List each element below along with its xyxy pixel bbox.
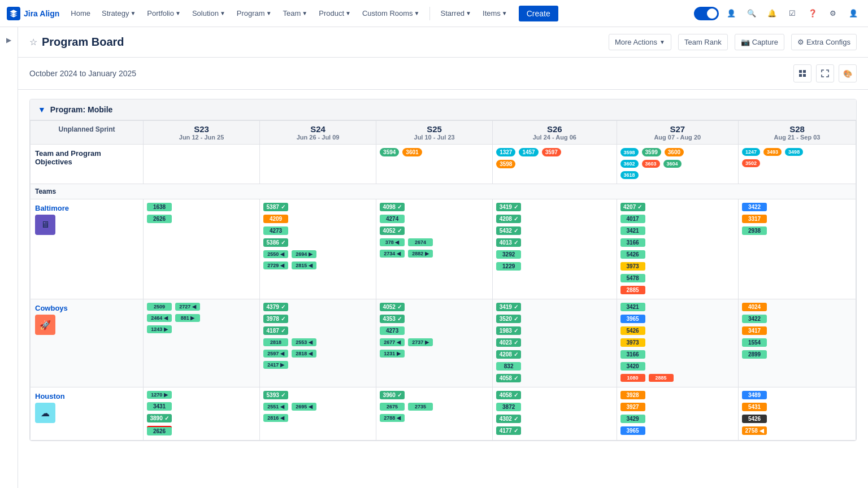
theme-toggle[interactable] (694, 7, 719, 20)
card[interactable]: 2899 (742, 350, 767, 359)
card[interactable]: 2694 ▶ (292, 250, 316, 258)
nav-program[interactable]: Program ▼ (232, 7, 276, 20)
nav-home[interactable]: Home (66, 7, 95, 20)
card[interactable]: 4058 ✓ (496, 391, 521, 399)
card[interactable]: 4274 (380, 215, 405, 223)
card[interactable]: 1080 (620, 374, 645, 382)
obj-badge[interactable]: 3602 (620, 160, 639, 168)
card[interactable]: 2788 ◀ (380, 414, 405, 422)
obj-badge[interactable]: 1457 (519, 148, 538, 156)
card[interactable]: 2758 ◀ (742, 426, 767, 435)
nav-items[interactable]: Items ▼ (478, 7, 512, 20)
app-logo[interactable]: Jira Align (7, 7, 59, 20)
grid-view-button[interactable] (793, 64, 811, 82)
card[interactable]: 3927 (620, 403, 645, 411)
create-button[interactable]: Create (519, 6, 558, 21)
card[interactable]: 3973 (620, 338, 645, 347)
obj-badge[interactable]: 1327 (496, 148, 515, 156)
card[interactable]: 4024 (742, 303, 767, 311)
card[interactable]: 3417 (742, 326, 767, 335)
nav-custom-rooms[interactable]: Custom Rooms ▼ (358, 7, 424, 20)
card[interactable]: 4052 ✓ (380, 226, 405, 235)
card[interactable]: 5393 ✓ (263, 391, 288, 399)
card[interactable]: 2626 (147, 215, 172, 223)
nav-starred[interactable]: Starred ▼ (436, 7, 476, 20)
obj-badge[interactable]: 3603 (642, 160, 660, 168)
card[interactable]: 3928 (620, 391, 645, 399)
card[interactable]: 5478 (620, 274, 645, 282)
card[interactable]: 2464 ◀ (147, 314, 172, 322)
obj-badge[interactable]: 1247 (742, 148, 760, 156)
card[interactable]: 3422 (742, 315, 767, 323)
obj-badge[interactable]: 3502 (742, 159, 760, 167)
card[interactable]: 2818 (263, 338, 288, 346)
settings-view-button[interactable]: 🎨 (839, 64, 857, 82)
card[interactable]: 2550 ◀ (263, 250, 288, 258)
card[interactable]: 2597 ◀ (263, 350, 288, 358)
obj-badge[interactable]: 3498 (785, 148, 803, 156)
search-icon[interactable]: 🔍 (744, 6, 760, 21)
card[interactable]: 4013 ✓ (496, 238, 521, 247)
card[interactable]: 2737 ▶ (408, 338, 433, 346)
card[interactable]: 2675 (380, 403, 405, 411)
sidebar-toggle[interactable]: ▶ (0, 27, 18, 488)
card[interactable]: 3890 ✓ (147, 414, 172, 422)
card[interactable]: 4302 ✓ (496, 415, 521, 423)
card[interactable]: 2938 (742, 226, 767, 235)
card[interactable]: 4379 ✓ (263, 303, 288, 311)
card[interactable]: 1229 (496, 262, 521, 271)
card[interactable]: 4023 ✓ (496, 338, 521, 347)
nav-team[interactable]: Team ▼ (279, 7, 313, 20)
card[interactable]: 3420 (620, 362, 645, 371)
obj-badge[interactable]: 3618 (620, 171, 639, 179)
card[interactable]: 3421 (620, 226, 645, 235)
settings-icon[interactable]: ⚙ (825, 6, 841, 21)
card[interactable]: 4017 (620, 215, 645, 223)
card[interactable]: 1983 ✓ (496, 326, 521, 335)
card[interactable]: 2885 (649, 374, 674, 382)
card[interactable]: 4273 (380, 326, 405, 335)
team-rank-button[interactable]: Team Rank (678, 34, 728, 50)
capture-button[interactable]: 📷 Capture (735, 34, 784, 50)
card[interactable]: 2882 ▶ (408, 250, 433, 258)
card[interactable]: 2626 (147, 426, 172, 435)
extra-configs-button[interactable]: ⚙ Extra Configs (791, 34, 857, 50)
nav-solution[interactable]: Solution ▼ (188, 7, 230, 20)
card[interactable]: 5431 (742, 403, 767, 411)
card[interactable]: 3520 ✓ (496, 315, 521, 323)
card[interactable]: 3429 (620, 415, 645, 423)
card[interactable]: 3973 (620, 262, 645, 271)
favorite-star-icon[interactable]: ☆ (29, 37, 37, 47)
card[interactable]: 881 ▶ (175, 314, 200, 322)
obj-badge[interactable]: 3594 (380, 148, 399, 156)
card[interactable]: 3166 (620, 350, 645, 359)
card[interactable]: 2727 ◀ (175, 303, 200, 311)
nav-product[interactable]: Product ▼ (314, 7, 355, 20)
card[interactable]: 3422 (742, 203, 767, 211)
nav-portfolio[interactable]: Portfolio ▼ (142, 7, 185, 20)
card[interactable]: 2509 (147, 303, 172, 311)
card[interactable]: 2551 ◀ (263, 403, 288, 411)
card[interactable]: 4207 ✓ (620, 203, 645, 211)
card[interactable]: 3317 (742, 215, 767, 223)
nav-strategy[interactable]: Strategy ▼ (97, 7, 140, 20)
card[interactable]: 3431 (147, 402, 172, 411)
card[interactable]: 4208 ✓ (496, 215, 521, 223)
card[interactable]: 378 ◀ (380, 238, 405, 246)
card[interactable]: 2553 ◀ (292, 338, 316, 346)
obj-badge[interactable]: 3604 (663, 160, 682, 168)
card[interactable]: 3292 (496, 250, 521, 259)
card[interactable]: 4187 ✓ (263, 326, 288, 335)
card[interactable]: 832 (496, 362, 521, 371)
card[interactable]: 3419 ✓ (496, 203, 521, 211)
card[interactable]: 4058 ✓ (496, 374, 521, 382)
card[interactable]: 2818 ◀ (292, 350, 316, 358)
team-name-houston[interactable]: Houston (35, 392, 138, 400)
card[interactable]: 4177 ✓ (496, 426, 521, 435)
obj-badge[interactable]: 3598 (620, 148, 639, 156)
card[interactable]: 5386 ✓ (263, 238, 288, 247)
card[interactable]: 1554 (742, 338, 767, 347)
team-name-baltimore[interactable]: Baltimore (35, 204, 138, 212)
card[interactable]: 4273 (263, 226, 288, 235)
tasks-icon[interactable]: ☑ (784, 6, 800, 21)
